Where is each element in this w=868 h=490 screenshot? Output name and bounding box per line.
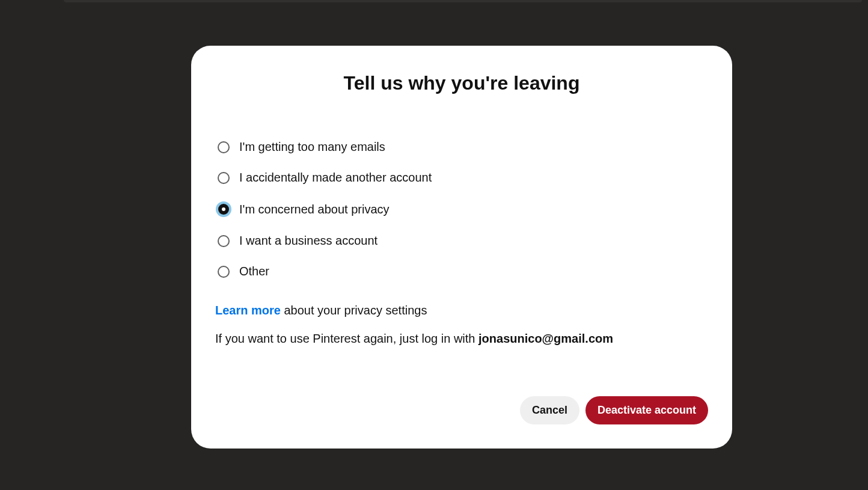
radio-label: Other (239, 265, 269, 278)
login-info-line: If you want to use Pinterest again, just… (215, 332, 708, 346)
radio-icon (218, 266, 230, 278)
radio-icon-selected (216, 201, 231, 217)
learn-more-link[interactable]: Learn more (215, 304, 281, 317)
radio-icon (218, 141, 230, 153)
radio-label: I want a business account (239, 234, 377, 248)
privacy-info-line: Learn more about your privacy settings (215, 304, 708, 317)
button-row: Cancel Deactivate account (215, 396, 708, 429)
radio-option-other[interactable]: Other (218, 265, 708, 278)
reason-radio-group: I'm getting too many emails I accidental… (215, 140, 708, 278)
deactivate-button[interactable]: Deactivate account (585, 396, 708, 424)
radio-label: I'm concerned about privacy (239, 203, 390, 216)
cancel-button[interactable]: Cancel (520, 396, 579, 424)
radio-option-another-account[interactable]: I accidentally made another account (218, 171, 708, 185)
top-bar-shadow (64, 0, 862, 2)
radio-label: I accidentally made another account (239, 171, 432, 185)
radio-icon (218, 172, 230, 184)
radio-icon (218, 235, 230, 247)
privacy-info-suffix: about your privacy settings (281, 304, 427, 317)
radio-option-business[interactable]: I want a business account (218, 234, 708, 248)
login-email: jonasunico@gmail.com (478, 332, 613, 345)
radio-option-emails[interactable]: I'm getting too many emails (218, 140, 708, 154)
modal-title: Tell us why you're leaving (215, 72, 708, 94)
deactivate-modal: Tell us why you're leaving I'm getting t… (191, 46, 732, 449)
info-section: Learn more about your privacy settings I… (215, 304, 708, 346)
radio-label: I'm getting too many emails (239, 140, 385, 154)
login-info-prefix: If you want to use Pinterest again, just… (215, 332, 478, 345)
radio-option-privacy[interactable]: I'm concerned about privacy (218, 201, 708, 217)
